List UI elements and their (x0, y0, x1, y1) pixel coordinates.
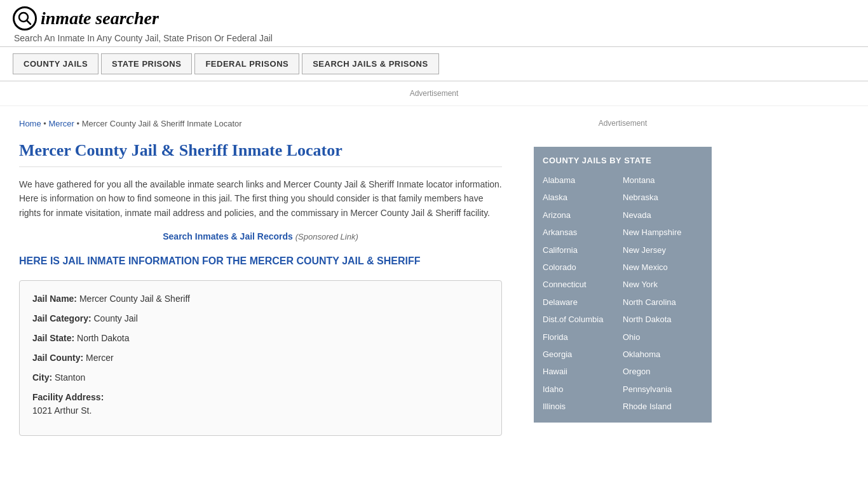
state-link-oregon[interactable]: Oregon (623, 364, 703, 379)
state-link-idaho[interactable]: Idaho (543, 382, 623, 396)
state-link-new-york[interactable]: New York (623, 277, 703, 292)
jail-category-row: Jail Category: County Jail (32, 312, 489, 325)
jail-state-value: North Dakota (77, 333, 129, 343)
jail-county-row: Jail County: Mercer (32, 351, 489, 365)
nav-bar: COUNTY JAILS STATE PRISONS FEDERAL PRISO… (0, 47, 868, 81)
header: inmate searcher Search An Inmate In Any … (0, 0, 868, 47)
state-link-north-dakota[interactable]: North Dakota (623, 312, 703, 327)
federal-prisons-nav[interactable]: FEDERAL PRISONS (194, 53, 299, 74)
state-link-illinois[interactable]: Illinois (543, 399, 623, 414)
tagline: Search An Inmate In Any County Jail, Sta… (14, 33, 855, 43)
state-link-oklahoma[interactable]: Oklahoma (623, 347, 703, 362)
description-text: We have gathered for you all the availab… (19, 177, 502, 220)
search-link-area: Search Inmates & Jail Records (Sponsored… (19, 231, 502, 241)
state-link-ohio[interactable]: Ohio (623, 330, 703, 344)
content-area: Home • Mercer • Mercer County Jail & She… (0, 106, 521, 449)
state-left-col: AlabamaAlaskaArizonaArkansasCaliforniaCo… (543, 173, 623, 414)
jail-state-label: Jail State: (32, 333, 74, 343)
state-prisons-nav[interactable]: STATE PRISONS (101, 53, 192, 74)
state-link-nebraska[interactable]: Nebraska (623, 190, 703, 205)
state-link-connecticut[interactable]: Connecticut (543, 277, 623, 292)
state-link-pennsylvania[interactable]: Pennsylvania (623, 382, 703, 396)
logo-text: inmate searcher (41, 8, 159, 29)
city-label: City: (32, 372, 52, 383)
state-link-nevada[interactable]: Nevada (623, 208, 703, 222)
page-title: Mercer County Jail & Sheriff Inmate Loca… (19, 141, 502, 167)
search-jails-nav[interactable]: SEARCH JAILS & PRISONS (302, 53, 438, 74)
city-value: Stanton (55, 372, 85, 383)
breadcrumb-sep1: • (41, 119, 49, 128)
city-row: City: Stanton (32, 371, 489, 384)
section-heading: HERE IS JAIL INMATE INFORMATION FOR THE … (19, 254, 502, 268)
facility-address-row: Facility Address: 1021 Arthur St. (32, 391, 489, 417)
state-link-colorado[interactable]: Colorado (543, 260, 623, 274)
state-link-california[interactable]: California (543, 243, 623, 257)
state-link-hawaii[interactable]: Hawaii (543, 364, 623, 379)
state-link-rhode-island[interactable]: Rhode Island (623, 399, 703, 414)
sponsored-label: (Sponsored Link) (295, 232, 358, 241)
sidebar: Advertisement COUNTY JAILS BY STATE Alab… (521, 106, 724, 449)
breadcrumb-mercer[interactable]: Mercer (48, 119, 74, 128)
state-link-florida[interactable]: Florida (543, 330, 623, 344)
state-link-new-mexico[interactable]: New Mexico (623, 260, 703, 274)
state-link-arizona[interactable]: Arizona (543, 208, 623, 222)
logo-icon (13, 6, 37, 30)
state-link-delaware[interactable]: Delaware (543, 295, 623, 309)
state-link-new-hampshire[interactable]: New Hampshire (623, 225, 703, 240)
jail-category-value: County Jail (93, 313, 137, 323)
state-link-montana[interactable]: Montana (623, 173, 703, 187)
jail-county-label: Jail County: (32, 353, 83, 363)
facility-address-value: 1021 Arthur St. (32, 404, 489, 417)
info-box: Jail Name: Mercer County Jail & Sheriff … (19, 280, 502, 436)
state-link-alaska[interactable]: Alaska (543, 190, 623, 205)
main-layout: Home • Mercer • Mercer County Jail & She… (0, 106, 868, 449)
state-link-north-carolina[interactable]: North Carolina (623, 295, 703, 309)
state-link-georgia[interactable]: Georgia (543, 347, 623, 362)
state-box-title: COUNTY JAILS BY STATE (543, 156, 703, 165)
ad-banner: Advertisement (0, 81, 868, 106)
county-jails-by-state-box: COUNTY JAILS BY STATE AlabamaAlaskaArizo… (534, 147, 712, 423)
logo-area: inmate searcher (13, 6, 855, 30)
state-right-col: MontanaNebraskaNevadaNew HampshireNew Je… (623, 173, 703, 414)
state-link-arkansas[interactable]: Arkansas (543, 225, 623, 240)
breadcrumb-current: Mercer County Jail & Sheriff Inmate Loca… (82, 119, 242, 128)
breadcrumb-home[interactable]: Home (19, 119, 41, 128)
jail-name-value: Mercer County Jail & Sheriff (79, 294, 190, 304)
sidebar-ad: Advertisement (534, 112, 712, 134)
jail-name-row: Jail Name: Mercer County Jail & Sheriff (32, 292, 489, 306)
state-columns: AlabamaAlaskaArizonaArkansasCaliforniaCo… (543, 173, 703, 414)
breadcrumb: Home • Mercer • Mercer County Jail & She… (19, 119, 502, 128)
state-link-dist.of-columbia[interactable]: Dist.of Columbia (543, 312, 623, 327)
jail-county-value: Mercer (86, 353, 114, 363)
jail-state-row: Jail State: North Dakota (32, 332, 489, 345)
breadcrumb-sep2: • (74, 119, 82, 128)
svg-line-1 (27, 20, 31, 24)
county-jails-nav[interactable]: COUNTY JAILS (13, 53, 98, 74)
search-inmates-link[interactable]: Search Inmates & Jail Records (163, 231, 293, 241)
jail-name-label: Jail Name: (32, 294, 77, 304)
facility-address-label: Facility Address: (32, 391, 489, 404)
jail-category-label: Jail Category: (32, 313, 92, 323)
state-link-new-jersey[interactable]: New Jersey (623, 243, 703, 257)
state-link-alabama[interactable]: Alabama (543, 173, 623, 187)
